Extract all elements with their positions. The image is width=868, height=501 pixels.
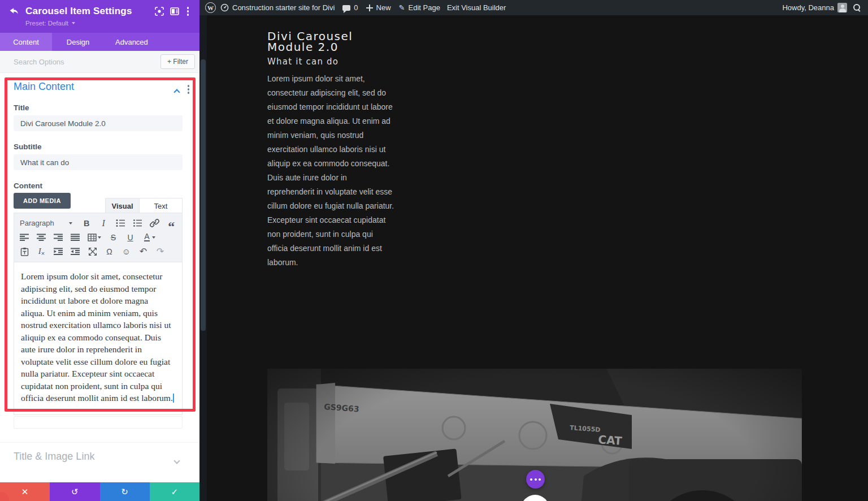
preset-caret-icon xyxy=(72,22,75,24)
editor-mode-tabs: Visual Text xyxy=(105,198,183,213)
tab-content[interactable]: Content xyxy=(0,33,52,51)
carousel-item-title: Divi Carousel Module 2.0 xyxy=(267,31,353,53)
undo-icon[interactable]: ↶ xyxy=(138,247,148,256)
paste-as-text-icon[interactable] xyxy=(20,247,29,256)
carousel-item-body: Lorem ipsum dolor sit amet, consectetur … xyxy=(267,72,420,270)
table-icon[interactable] xyxy=(88,232,101,242)
editor-text: Lorem ipsum dolor sit amet, consectetur … xyxy=(21,271,173,403)
panel-action-bar: ✕ ↺ ↻ ✓ xyxy=(0,482,199,501)
numbered-list-icon[interactable] xyxy=(133,218,142,228)
content-field-label: Content xyxy=(14,182,42,190)
avatar xyxy=(837,3,847,12)
main-content-heading[interactable]: Main Content xyxy=(14,81,74,93)
panel-header: Carousel Item Settings Preset: Default xyxy=(0,0,199,33)
search-icon[interactable] xyxy=(853,3,861,12)
filter-button[interactable]: + Filter xyxy=(160,54,195,69)
subtitle-field-label: Subtitle xyxy=(14,142,42,151)
align-right-icon[interactable] xyxy=(54,232,63,242)
plus-icon xyxy=(366,5,373,11)
add-media-button[interactable]: ADD MEDIA xyxy=(14,193,71,209)
text-color-caret-icon xyxy=(152,236,155,239)
edit-page-menu[interactable]: ✎ Edit Page xyxy=(399,3,440,12)
pencil-icon: ✎ xyxy=(399,3,405,12)
redo-icon[interactable]: ↷ xyxy=(155,247,165,256)
module-settings-button[interactable] xyxy=(526,470,545,489)
editor-status-bar xyxy=(14,416,183,429)
exit-label: Exit Visual Builder xyxy=(447,3,506,12)
tab-advanced[interactable]: Advanced xyxy=(104,33,159,51)
bullet-list-icon[interactable] xyxy=(116,218,125,228)
justify-icon[interactable] xyxy=(71,232,80,242)
search-input[interactable] xyxy=(14,58,156,66)
new-label: New xyxy=(376,3,391,12)
panel-title: Carousel Item Settings xyxy=(25,6,132,17)
strikethrough-icon[interactable]: S xyxy=(108,232,118,242)
link-icon[interactable] xyxy=(150,218,159,228)
emoji-icon[interactable]: ☺ xyxy=(121,247,131,256)
select-caret-icon xyxy=(69,222,72,224)
collapse-section-icon[interactable] xyxy=(175,87,179,97)
site-menu[interactable]: Construction starter site for Divi xyxy=(220,3,335,12)
text-color-icon[interactable]: A xyxy=(142,232,157,242)
undo-button[interactable]: ↺ xyxy=(50,482,99,501)
bold-icon[interactable]: B xyxy=(82,218,92,228)
section-divider xyxy=(0,442,199,443)
editor-tab-visual[interactable]: Visual xyxy=(105,198,140,213)
back-arrow-icon[interactable] xyxy=(9,7,19,16)
align-center-icon[interactable] xyxy=(37,232,46,242)
screen: Carousel Item Settings Preset: Default C… xyxy=(0,0,868,501)
rich-text-editor: Paragraph B I xyxy=(14,213,183,415)
wp-admin-bar: W Construction starter site for Divi 0 N… xyxy=(199,0,868,15)
expand-modal-icon[interactable] xyxy=(155,7,164,16)
title-image-link-heading[interactable]: Title & Image Link xyxy=(14,451,94,463)
panel-scrollbar xyxy=(199,15,207,501)
text-cursor xyxy=(173,394,174,403)
italic-icon[interactable]: I xyxy=(99,218,108,228)
howdy-label: Howdy, Deanna xyxy=(782,3,834,12)
preset-label: Preset: Default xyxy=(25,20,68,27)
table-caret-icon xyxy=(98,236,101,239)
section-menu-icon[interactable] xyxy=(186,84,191,95)
settings-tabs: Content Design Advanced xyxy=(0,33,199,51)
comments-menu[interactable]: 0 xyxy=(342,3,358,12)
panel-menu-icon[interactable] xyxy=(185,7,191,16)
gauge-icon xyxy=(220,3,229,12)
editor-content-area[interactable]: Lorem ipsum dolor sit amet, consectetur … xyxy=(14,262,182,412)
site-name: Construction starter site for Divi xyxy=(232,3,335,12)
page-preview: W Construction starter site for Divi 0 N… xyxy=(199,0,868,501)
outdent-icon[interactable] xyxy=(54,247,63,256)
fullscreen-icon[interactable] xyxy=(88,247,97,256)
clear-formatting-icon[interactable]: I× xyxy=(37,247,46,256)
paragraph-style-label: Paragraph xyxy=(20,219,54,227)
align-left-icon[interactable] xyxy=(20,232,29,242)
comments-icon xyxy=(342,5,350,11)
carousel-item-subtitle: What it can do xyxy=(267,57,338,67)
save-button[interactable]: ✓ xyxy=(150,482,199,501)
blockquote-icon[interactable]: “ xyxy=(167,218,176,228)
editor-tab-text[interactable]: Text xyxy=(140,198,183,213)
editor-toolbar: Paragraph B I xyxy=(14,213,182,262)
indent-icon[interactable] xyxy=(71,247,80,256)
tab-design[interactable]: Design xyxy=(52,33,104,51)
title-field[interactable] xyxy=(14,115,183,131)
expand-section-icon[interactable] xyxy=(175,455,179,465)
account-menu[interactable]: Howdy, Deanna xyxy=(782,3,847,12)
wp-logo-icon[interactable]: W xyxy=(205,2,216,13)
panel-body: Main Content Title Subtitle Content ADD … xyxy=(0,73,199,482)
comments-count: 0 xyxy=(354,3,358,12)
scrollbar-thumb[interactable] xyxy=(201,59,206,331)
special-character-icon[interactable]: Ω xyxy=(105,247,114,256)
exit-visual-builder[interactable]: Exit Visual Builder xyxy=(447,3,506,12)
new-menu[interactable]: New xyxy=(366,3,391,12)
underline-icon[interactable]: U xyxy=(125,232,135,242)
options-search-bar: + Filter xyxy=(0,51,199,73)
redo-button[interactable]: ↻ xyxy=(100,482,150,501)
title-field-label: Title xyxy=(14,103,29,112)
paragraph-style-select[interactable]: Paragraph xyxy=(20,219,72,227)
snap-panel-icon[interactable] xyxy=(170,7,179,16)
settings-panel: Carousel Item Settings Preset: Default C… xyxy=(0,0,199,501)
subtitle-field[interactable] xyxy=(14,154,183,170)
edit-page-label: Edit Page xyxy=(409,3,440,12)
preset-selector[interactable]: Preset: Default xyxy=(25,20,190,27)
